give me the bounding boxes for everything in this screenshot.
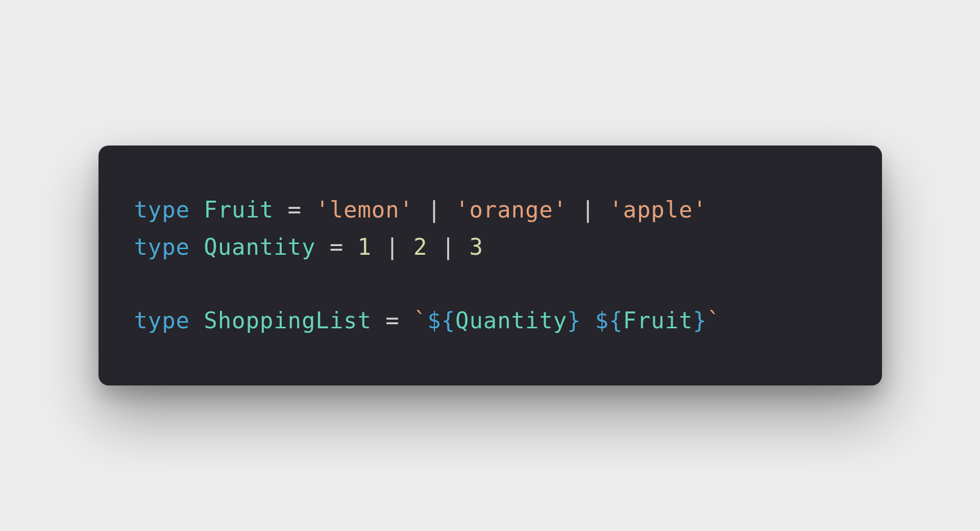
keyword-type: type (134, 234, 190, 260)
equals-op: = (372, 307, 413, 333)
string-orange: 'orange' (455, 197, 567, 223)
blank-line (134, 266, 846, 302)
code-line-3: type ShoppingList = `${Quantity} ${Fruit… (134, 302, 846, 340)
keyword-type: type (134, 197, 190, 223)
code-line-1: type Fruit = 'lemon' | 'orange' | 'apple… (134, 191, 846, 229)
code-block: type Fruit = 'lemon' | 'orange' | 'apple… (99, 146, 882, 385)
number-3: 3 (469, 234, 483, 260)
backtick: ` (707, 307, 721, 333)
template-close: } (567, 307, 581, 333)
template-open: ${ (427, 307, 455, 333)
template-open: ${ (595, 307, 623, 333)
string-apple: 'apple' (609, 197, 707, 223)
number-2: 2 (413, 234, 427, 260)
code-line-2: type Quantity = 1 | 2 | 3 (134, 229, 846, 266)
equals-op: = (274, 197, 315, 223)
equals-op: = (315, 234, 357, 260)
type-ref-quantity: Quantity (455, 307, 567, 333)
number-1: 1 (357, 234, 371, 260)
keyword-type: type (134, 307, 190, 333)
template-close: } (693, 307, 706, 333)
type-fruit: Fruit (204, 197, 274, 223)
type-ref-fruit: Fruit (623, 307, 693, 333)
type-shoppinglist: ShoppingList (204, 307, 371, 333)
backtick: ` (413, 307, 427, 333)
pipe-op: | (427, 234, 469, 260)
pipe-op: | (413, 197, 455, 223)
string-lemon: 'lemon' (315, 197, 413, 223)
pipe-op: | (567, 197, 609, 223)
pipe-op: | (372, 234, 413, 260)
type-quantity: Quantity (204, 234, 315, 260)
template-space (581, 307, 595, 333)
